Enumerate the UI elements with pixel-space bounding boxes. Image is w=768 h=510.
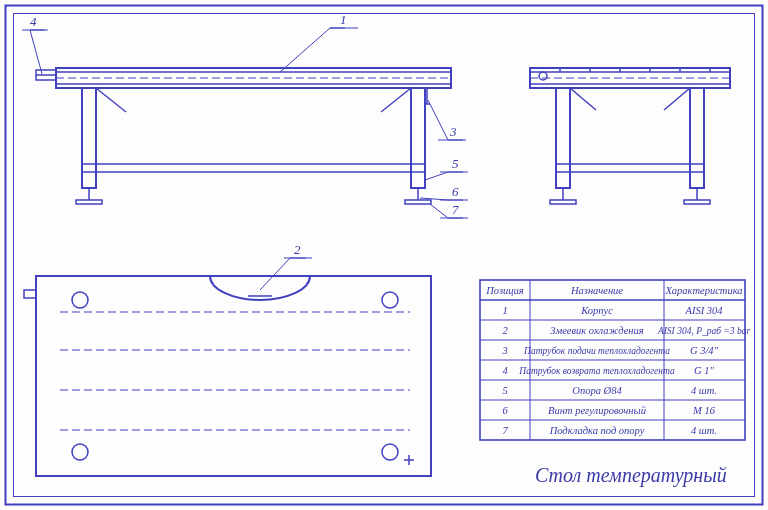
svg-line-39	[664, 88, 690, 110]
svg-line-9	[381, 88, 411, 112]
td: 4 шт.	[691, 385, 717, 396]
callout-6: 6	[420, 184, 468, 200]
svg-rect-43	[550, 200, 576, 204]
callout-7: 7	[430, 202, 468, 218]
svg-rect-6	[82, 88, 96, 188]
side-view	[530, 68, 730, 204]
svg-rect-37	[690, 88, 704, 188]
front-view	[36, 68, 451, 204]
svg-point-29	[539, 72, 547, 80]
drawing-title: Стол температурный	[535, 464, 727, 487]
callout-2: 2	[260, 242, 312, 290]
svg-rect-16	[405, 200, 431, 204]
td: 4	[502, 365, 508, 376]
td: AISI 304	[684, 305, 723, 316]
callout-3: 3	[428, 100, 466, 140]
svg-line-8	[96, 88, 126, 112]
callout-1: 1	[280, 12, 358, 72]
svg-point-54	[72, 292, 88, 308]
td: 7	[502, 425, 508, 436]
td: Патрубок возврата теплохладогента	[518, 366, 675, 376]
td: AISI 304, P_раб =3 bar	[657, 326, 750, 336]
svg-rect-46	[684, 200, 710, 204]
td: Опора Ø84	[572, 385, 622, 396]
svg-point-55	[382, 292, 398, 308]
svg-rect-13	[76, 200, 102, 204]
td: 5	[502, 385, 507, 396]
top-view	[24, 276, 431, 476]
callout-6-num: 6	[452, 184, 459, 199]
td: 2	[502, 325, 508, 336]
td: 1	[502, 305, 507, 316]
svg-point-56	[72, 444, 88, 460]
callout-4: 4	[22, 14, 48, 74]
td: 3	[501, 345, 507, 356]
td: G 3/4"	[690, 345, 719, 356]
svg-rect-40	[556, 164, 704, 172]
td: Корпус	[580, 305, 613, 316]
td: 6	[502, 405, 508, 416]
callout-1-num: 1	[340, 12, 347, 27]
callout-5: 5	[425, 156, 468, 180]
svg-rect-47	[36, 276, 431, 476]
svg-line-38	[570, 88, 596, 110]
callout-3-num: 3	[449, 124, 457, 139]
callout-2-num: 2	[294, 242, 301, 257]
th-desc: Назначение	[570, 285, 623, 296]
td: 4 шт.	[691, 425, 717, 436]
td: M 16	[692, 405, 716, 416]
callout-5-num: 5	[452, 156, 459, 171]
callout-7-num: 7	[452, 202, 459, 217]
svg-rect-7	[411, 88, 425, 188]
td: Змеевик охлаждения	[550, 325, 644, 336]
td: Винт регулировочный	[548, 405, 647, 416]
svg-rect-10	[82, 164, 425, 172]
svg-rect-48	[24, 290, 36, 298]
td: G 1"	[694, 365, 714, 376]
callout-4-num: 4	[30, 14, 37, 29]
svg-rect-36	[556, 88, 570, 188]
td: Подкладка под опору	[549, 425, 645, 436]
drawing-canvas: 1 4 3 5 6 7	[0, 0, 768, 510]
th-pos: Позиция	[485, 285, 524, 296]
td: Патрубок подачи теплохладогента	[523, 346, 670, 356]
svg-point-57	[382, 444, 398, 460]
parts-table: Позиция Назначение Характеристика 1 Корп…	[480, 280, 750, 440]
th-char: Характеристика	[664, 285, 742, 296]
